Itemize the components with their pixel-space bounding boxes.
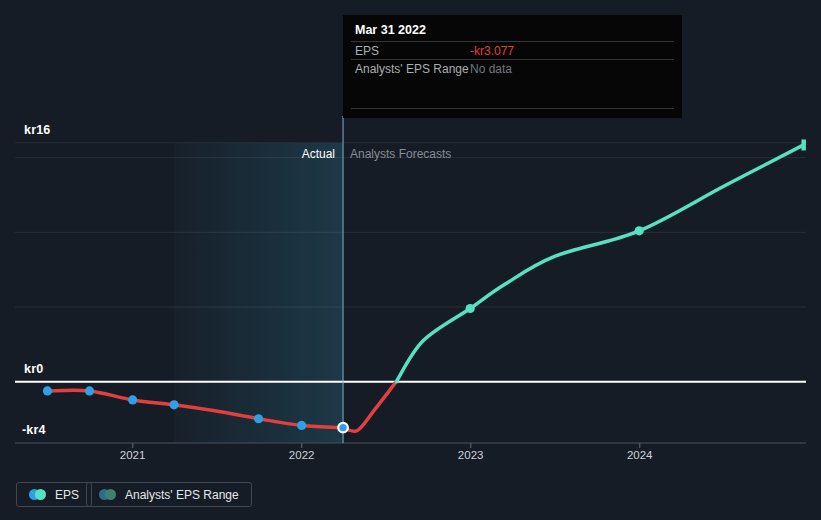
legend-toggle-analysts-eps-range[interactable]: Analysts' EPS Range [86,482,252,507]
line-forecast_negative [343,382,396,432]
tooltip-eps-value: -kr3.077 [470,44,514,58]
data-point [169,400,178,409]
y-axis-label-kr16: kr16 [24,123,51,137]
y-axis-label-minus-kr4: -kr4 [22,423,46,437]
range-dot-teal-icon [105,489,116,500]
data-point [466,304,475,313]
tooltip-divider [351,41,674,42]
data-point [297,421,306,430]
chart-tooltip: Mar 31 2022 EPS -kr3.077 Analysts' EPS R… [343,15,682,118]
x-axis-label-2022: 2022 [289,449,315,461]
data-point [635,226,644,235]
x-axis-label-2024: 2024 [627,449,653,461]
actual-period-band [174,143,343,443]
range-series-icon [99,489,116,500]
tooltip-divider [351,108,674,109]
legend-toggle-eps[interactable]: EPS [16,482,92,507]
actual-section-label: Actual [0,147,335,161]
tooltip-row-eps: EPS -kr3.077 [355,44,674,58]
data-point [85,386,94,395]
legend-range-label: Analysts' EPS Range [125,488,239,502]
data-point [254,414,263,423]
data-point [128,395,137,404]
line-forecast [396,145,803,382]
y-axis-label-kr0: kr0 [24,362,43,376]
tooltip-range-value: No data [470,62,512,76]
eps-dot-teal-icon [35,489,46,500]
tooltip-row-eps-range: Analysts' EPS Range No data [355,62,674,76]
tooltip-divider [351,59,674,60]
tooltip-range-label: Analysts' EPS Range [355,62,469,76]
analysts-forecasts-section-label: Analysts Forecasts [350,147,451,161]
x-axis-label-2021: 2021 [120,449,146,461]
tooltip-eps-label: EPS [355,44,379,58]
data-point [43,386,52,395]
eps-history-forecast-chart: kr16 kr0 -kr4 2021 2022 2023 2024 Actual… [0,0,821,520]
eps-series-icon [29,489,46,500]
x-axis-label-2023: 2023 [458,449,484,461]
legend-eps-label: EPS [55,488,79,502]
forecast-end-cap [801,139,806,150]
tooltip-date: Mar 31 2022 [355,23,426,37]
highlighted-data-point [338,423,348,433]
